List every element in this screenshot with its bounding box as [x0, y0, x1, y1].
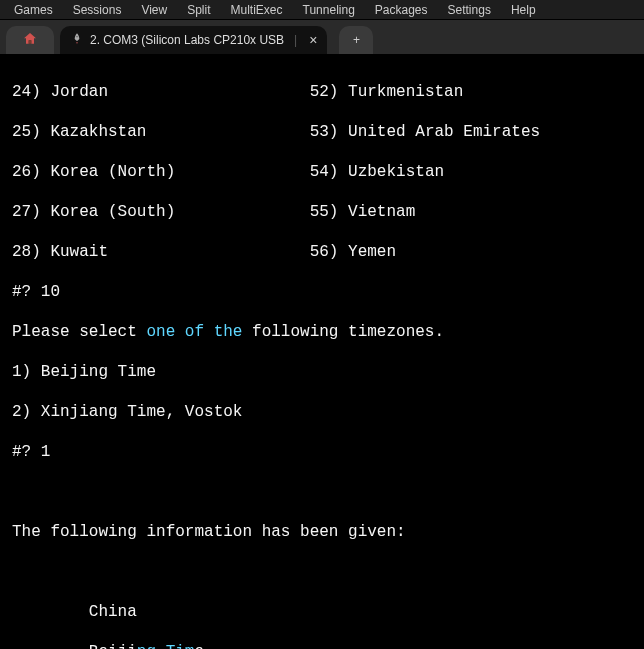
- menubar: Games Sessions View Split MultiExec Tunn…: [0, 0, 644, 20]
- country-55: 55) Vietnam: [310, 203, 416, 221]
- country-56: 56) Yemen: [310, 243, 396, 261]
- menu-games[interactable]: Games: [4, 1, 63, 19]
- tab-active[interactable]: 2. COM3 (Silicon Labs CP210x USB | ×: [60, 26, 327, 54]
- menu-settings[interactable]: Settings: [438, 1, 501, 19]
- country-25: 25) Kazakhstan: [12, 123, 146, 141]
- tab-close-icon[interactable]: ×: [309, 32, 317, 48]
- tab-label: 2. COM3 (Silicon Labs CP210x USB: [90, 33, 284, 47]
- tab-divider: |: [294, 33, 297, 47]
- info-bj-suffix: e: [194, 643, 204, 649]
- country-52: 52) Turkmenistan: [310, 83, 464, 101]
- menu-sessions[interactable]: Sessions: [63, 1, 132, 19]
- svg-point-1: [76, 35, 77, 36]
- info-given: The following information has been given…: [12, 523, 406, 541]
- rocket-icon: [70, 32, 84, 49]
- tz-option-1: 1) Beijing Time: [12, 363, 156, 381]
- menu-multiexec[interactable]: MultiExec: [221, 1, 293, 19]
- country-27: 27) Korea (South): [12, 203, 175, 221]
- menu-view[interactable]: View: [131, 1, 177, 19]
- country-28: 28) Kuwait: [12, 243, 108, 261]
- select-tz-hl: one of the: [146, 323, 242, 341]
- home-icon: [22, 31, 38, 50]
- country-53: 53) United Arab Emirates: [310, 123, 540, 141]
- spacer: [146, 123, 309, 141]
- terminal[interactable]: 24) Jordan 52) Turkmenistan 25) Kazakhst…: [0, 54, 644, 649]
- info-bj-hl: ng Tim: [137, 643, 195, 649]
- spacer: [175, 163, 309, 181]
- tabbar: 2. COM3 (Silicon Labs CP210x USB | × +: [0, 20, 644, 54]
- info-bj-prefix: Beiji: [12, 643, 137, 649]
- svg-rect-0: [29, 40, 32, 43]
- select-tz-suffix: following timezones.: [242, 323, 444, 341]
- country-54: 54) Uzbekistan: [310, 163, 444, 181]
- menu-split[interactable]: Split: [177, 1, 220, 19]
- spacer: [175, 203, 309, 221]
- tab-new[interactable]: +: [339, 26, 373, 54]
- plus-icon: +: [353, 33, 360, 47]
- spacer: [108, 83, 310, 101]
- menu-help[interactable]: Help: [501, 1, 546, 19]
- menu-packages[interactable]: Packages: [365, 1, 438, 19]
- country-26: 26) Korea (North): [12, 163, 175, 181]
- menu-tunneling[interactable]: Tunneling: [293, 1, 365, 19]
- tab-home[interactable]: [6, 26, 54, 54]
- country-24: 24) Jordan: [12, 83, 108, 101]
- spacer: [108, 243, 310, 261]
- prompt-tz: #? 1: [12, 443, 50, 461]
- tz-option-2: 2) Xinjiang Time, Vostok: [12, 403, 242, 421]
- select-tz-prefix: Please select: [12, 323, 146, 341]
- prompt-country: #? 10: [12, 283, 60, 301]
- info-china: China: [12, 603, 137, 621]
